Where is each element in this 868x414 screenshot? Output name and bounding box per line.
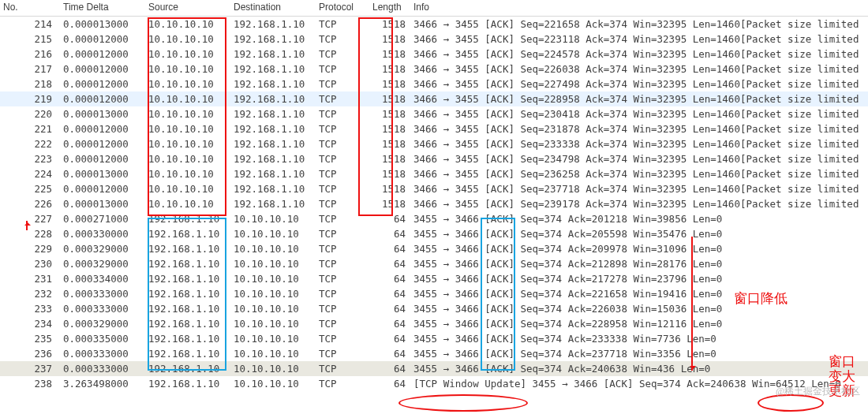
cell-timedelta: 0.000013000: [60, 196, 145, 211]
cell-source: 192.168.1.10: [145, 271, 230, 286]
cell-protocol: TCP: [316, 316, 369, 331]
cell-info: 3455 → 3466 [ACK] Seq=374 Ack=209978 Win…: [410, 241, 868, 256]
col-protocol[interactable]: Protocol: [316, 0, 369, 17]
cell-no: 227: [0, 211, 60, 226]
col-source[interactable]: Source: [145, 0, 230, 17]
cell-info: 3466 → 3455 [ACK] Seq=226038 Ack=374 Win…: [410, 62, 868, 76]
cell-timedelta: 0.000012000: [60, 151, 145, 166]
cell-source: 192.168.1.10: [145, 211, 230, 226]
cell-protocol: TCP: [316, 166, 369, 181]
cell-length: 64: [369, 346, 410, 361]
cell-protocol: TCP: [316, 151, 369, 166]
cell-length: 1518: [369, 166, 410, 181]
cell-protocol: TCP: [316, 271, 369, 286]
cell-destination: 192.168.1.10: [230, 121, 316, 136]
cell-no: 214: [0, 17, 60, 32]
cell-timedelta: 0.000329000: [60, 316, 145, 331]
cell-no: 229: [0, 241, 60, 256]
cell-timedelta: 0.000334000: [60, 271, 145, 286]
table-row[interactable]: 2280.000330000192.168.1.1010.10.10.10TCP…: [0, 226, 868, 241]
cell-length: 1518: [369, 62, 410, 76]
cell-timedelta: 0.000333000: [60, 301, 145, 316]
table-row[interactable]: 2230.00001200010.10.10.10192.168.1.10TCP…: [0, 151, 868, 166]
table-row[interactable]: 2180.00001200010.10.10.10192.168.1.10TCP…: [0, 76, 868, 91]
cell-source: 10.10.10.10: [145, 121, 230, 136]
table-row[interactable]: 2350.000335000192.168.1.1010.10.10.10TCP…: [0, 331, 868, 346]
table-row[interactable]: 2370.000333000192.168.1.1010.10.10.10TCP…: [0, 361, 868, 376]
cell-source: 10.10.10.10: [145, 151, 230, 166]
table-row[interactable]: 2160.00001200010.10.10.10192.168.1.10TCP…: [0, 47, 868, 62]
cell-timedelta: 3.263498000: [60, 376, 145, 391]
table-row[interactable]: 2340.000329000192.168.1.1010.10.10.10TCP…: [0, 316, 868, 331]
table-row[interactable]: 2170.00001200010.10.10.10192.168.1.10TCP…: [0, 62, 868, 76]
cell-destination: 10.10.10.10: [230, 331, 316, 346]
cell-info: 3466 → 3455 [ACK] Seq=227498 Ack=374 Win…: [410, 76, 868, 91]
cell-source: 192.168.1.10: [145, 361, 230, 376]
table-row[interactable]: 2310.000334000192.168.1.1010.10.10.10TCP…: [0, 271, 868, 286]
cell-source: 10.10.10.10: [145, 91, 230, 106]
table-row[interactable]: 2210.00001200010.10.10.10192.168.1.10TCP…: [0, 121, 868, 136]
cell-info: 3455 → 3466 [ACK] Seq=374 Ack=221658 Win…: [410, 286, 868, 301]
cell-info: 3455 → 3466 [ACK] Seq=374 Ack=201218 Win…: [410, 211, 868, 226]
cell-protocol: TCP: [316, 17, 369, 32]
table-row[interactable]: 2190.00001200010.10.10.10192.168.1.10TCP…: [0, 91, 868, 106]
table-row[interactable]: 2330.000333000192.168.1.1010.10.10.10TCP…: [0, 301, 868, 316]
table-row[interactable]: 2250.00001200010.10.10.10192.168.1.10TCP…: [0, 181, 868, 196]
col-info[interactable]: Info: [410, 0, 868, 17]
cell-length: 64: [369, 256, 410, 271]
col-destination[interactable]: Destination: [230, 0, 316, 17]
cell-protocol: TCP: [316, 211, 369, 226]
table-row[interactable]: 2220.00001200010.10.10.10192.168.1.10TCP…: [0, 136, 868, 151]
cell-no: 222: [0, 136, 60, 151]
cell-protocol: TCP: [316, 62, 369, 76]
cell-destination: 192.168.1.10: [230, 62, 316, 76]
table-row[interactable]: 2140.00001300010.10.10.10192.168.1.10TCP…: [0, 17, 868, 32]
cell-source: 192.168.1.10: [145, 256, 230, 271]
table-row[interactable]: 2290.000329000192.168.1.1010.10.10.10TCP…: [0, 241, 868, 256]
cell-destination: 192.168.1.10: [230, 196, 316, 211]
table-row[interactable]: 2360.000333000192.168.1.1010.10.10.10TCP…: [0, 346, 868, 361]
table-row[interactable]: 2260.00001300010.10.10.10192.168.1.10TCP…: [0, 196, 868, 211]
col-no[interactable]: No.: [0, 0, 60, 17]
cell-length: 64: [369, 241, 410, 256]
cell-no: 233: [0, 301, 60, 316]
cell-destination: 192.168.1.10: [230, 76, 316, 91]
cell-timedelta: 0.000330000: [60, 226, 145, 241]
cell-info: 3466 → 3455 [ACK] Seq=224578 Ack=374 Win…: [410, 47, 868, 62]
cell-timedelta: 0.000012000: [60, 91, 145, 106]
table-row[interactable]: 2270.000271000192.168.1.1010.10.10.10TCP…: [0, 211, 868, 226]
cell-source: 192.168.1.10: [145, 331, 230, 346]
table-row[interactable]: 2240.00001300010.10.10.10192.168.1.10TCP…: [0, 166, 868, 181]
table-row[interactable]: 2300.000329000192.168.1.1010.10.10.10TCP…: [0, 256, 868, 271]
table-header[interactable]: No. Time Delta Source Destination Protoc…: [0, 0, 868, 17]
cell-timedelta: 0.000012000: [60, 76, 145, 91]
table-body[interactable]: 2140.00001300010.10.10.10192.168.1.10TCP…: [0, 17, 868, 392]
cell-info: 3466 → 3455 [ACK] Seq=237718 Ack=374 Win…: [410, 181, 868, 196]
cell-destination: 10.10.10.10: [230, 346, 316, 361]
packet-table[interactable]: No. Time Delta Source Destination Protoc…: [0, 0, 868, 391]
cell-info: 3455 → 3466 [ACK] Seq=374 Ack=240638 Win…: [410, 361, 868, 376]
table-row[interactable]: 2150.00001200010.10.10.10192.168.1.10TCP…: [0, 32, 868, 47]
cell-source: 192.168.1.10: [145, 316, 230, 331]
cell-source: 192.168.1.10: [145, 346, 230, 361]
col-length[interactable]: Length: [369, 0, 410, 17]
table-row[interactable]: 2200.00001300010.10.10.10192.168.1.10TCP…: [0, 106, 868, 121]
cell-info: 3455 → 3466 [ACK] Seq=374 Ack=212898 Win…: [410, 256, 868, 271]
cell-length: 1518: [369, 106, 410, 121]
col-timedelta[interactable]: Time Delta: [60, 0, 145, 17]
cell-source: 192.168.1.10: [145, 226, 230, 241]
cell-no: 221: [0, 121, 60, 136]
cell-destination: 192.168.1.10: [230, 17, 316, 32]
cell-length: 1518: [369, 151, 410, 166]
cell-destination: 192.168.1.10: [230, 91, 316, 106]
cell-timedelta: 0.000012000: [60, 181, 145, 196]
cell-source: 192.168.1.10: [145, 376, 230, 391]
cell-timedelta: 0.000013000: [60, 106, 145, 121]
cell-source: 10.10.10.10: [145, 106, 230, 121]
cell-destination: 192.168.1.10: [230, 181, 316, 196]
cell-info: 3466 → 3455 [ACK] Seq=231878 Ack=374 Win…: [410, 121, 868, 136]
cell-protocol: TCP: [316, 331, 369, 346]
table-row[interactable]: 2320.000333000192.168.1.1010.10.10.10TCP…: [0, 286, 868, 301]
table-row[interactable]: 2383.263498000192.168.1.1010.10.10.10TCP…: [0, 376, 868, 391]
cell-timedelta: 0.000013000: [60, 166, 145, 181]
